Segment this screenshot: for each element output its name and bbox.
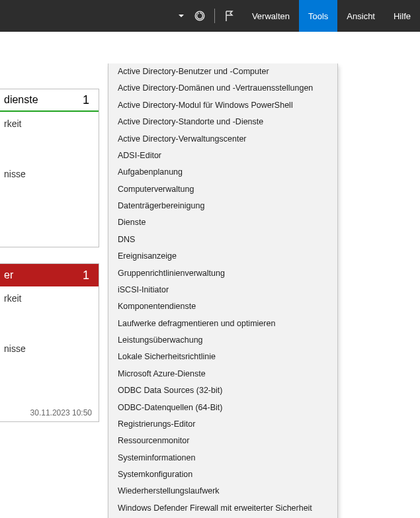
tools-menu-item[interactable]: Gruppenrichtlinienverwaltung: [108, 265, 337, 282]
tools-menu-item[interactable]: Active Directory-Standorte und -Dienste: [108, 114, 337, 130]
tools-menu-item[interactable]: Laufwerke defragmentieren und optimieren: [108, 316, 337, 332]
tile-body: rkeit nisse: [0, 286, 99, 357]
tools-menu-item[interactable]: Registrierungs-Editor: [108, 416, 337, 433]
titlebar: Verwalten Tools Ansicht Hilfe: [0, 0, 420, 32]
menu-tools[interactable]: Tools: [299, 0, 337, 32]
tools-menu-item[interactable]: ODBC-Datenquellen (64-Bit): [108, 400, 337, 416]
tools-menu-item[interactable]: Ressourcenmonitor: [108, 433, 337, 449]
menu-verwalten[interactable]: Verwalten: [243, 0, 299, 32]
tools-dropdown: Active Directory-Benutzer und -ComputerA…: [108, 64, 338, 518]
tile-row[interactable]: nisse: [0, 166, 99, 182]
tools-menu-item[interactable]: Aufgabenplanung: [108, 164, 337, 181]
tools-menu-item[interactable]: Windows Defender Firewall mit erweiterte…: [108, 500, 337, 517]
tile-count: 1: [83, 93, 92, 107]
timestamp: 30.11.2023 10:50: [30, 408, 92, 417]
tools-menu-item[interactable]: Systeminformationen: [108, 450, 337, 466]
menu-ansicht[interactable]: Ansicht: [337, 0, 384, 32]
tools-menu-item[interactable]: Leistungsüberwachung: [108, 332, 337, 349]
refresh-icon[interactable]: [192, 8, 208, 24]
menu-hilfe[interactable]: Hilfe: [384, 0, 420, 32]
tools-menu-item[interactable]: DNS: [108, 232, 337, 248]
tile-head: er 1: [0, 264, 99, 286]
tile-row[interactable]: rkeit: [0, 116, 99, 132]
tools-menu-item[interactable]: Lokale Sicherheitsrichtlinie: [108, 349, 337, 365]
titlebar-icons: [173, 8, 243, 24]
tile-row[interactable]: rkeit: [0, 290, 99, 306]
tools-menu-item[interactable]: Computerverwaltung: [108, 181, 337, 198]
menubar: Verwalten Tools Ansicht Hilfe: [243, 0, 420, 32]
tile-body: rkeit nisse: [0, 112, 99, 182]
tools-menu-item[interactable]: Microsoft Azure-Dienste: [108, 366, 337, 382]
tools-menu-item[interactable]: Active Directory-Modul für Windows Power…: [108, 97, 337, 114]
separator: [214, 9, 215, 23]
tools-menu-item[interactable]: Active Directory-Verwaltungscenter: [108, 131, 337, 148]
tools-menu-item[interactable]: Dienste: [108, 214, 337, 231]
tools-menu-item[interactable]: Systemkonfiguration: [108, 466, 337, 483]
tools-menu-item[interactable]: Ereignisanzeige: [108, 248, 337, 265]
content-area: dienste 1 rkeit nisse er 1 rkeit nisse 3…: [0, 32, 420, 518]
tools-menu-item[interactable]: Active Directory-Benutzer und -Computer: [108, 64, 337, 80]
tile-dienste: dienste 1 rkeit nisse: [0, 89, 99, 247]
tools-menu-item[interactable]: Datenträgerbereinigung: [108, 198, 337, 214]
tools-menu-item[interactable]: ADSI-Editor: [108, 148, 337, 164]
tile-error: er 1 rkeit nisse 30.11.2023 10:50: [0, 263, 99, 422]
tile-count: 1: [83, 269, 92, 282]
tools-menu-item[interactable]: Active Directory-Domänen und -Vertrauens…: [108, 80, 337, 97]
tile-head: dienste 1: [0, 89, 99, 112]
tile-title: dienste: [0, 94, 38, 106]
tools-menu-item[interactable]: ODBC Data Sources (32-bit): [108, 382, 337, 399]
flag-icon[interactable]: [222, 8, 237, 24]
tile-title: er: [0, 269, 13, 281]
tools-menu-item[interactable]: Komponentendienste: [108, 298, 337, 315]
tile-row[interactable]: nisse: [0, 341, 99, 357]
tools-menu-item[interactable]: Wiederherstellungslaufwerk: [108, 483, 337, 499]
tools-menu-item[interactable]: iSCSI-Initiator: [108, 282, 337, 298]
chevron-down-icon[interactable]: [173, 8, 189, 24]
